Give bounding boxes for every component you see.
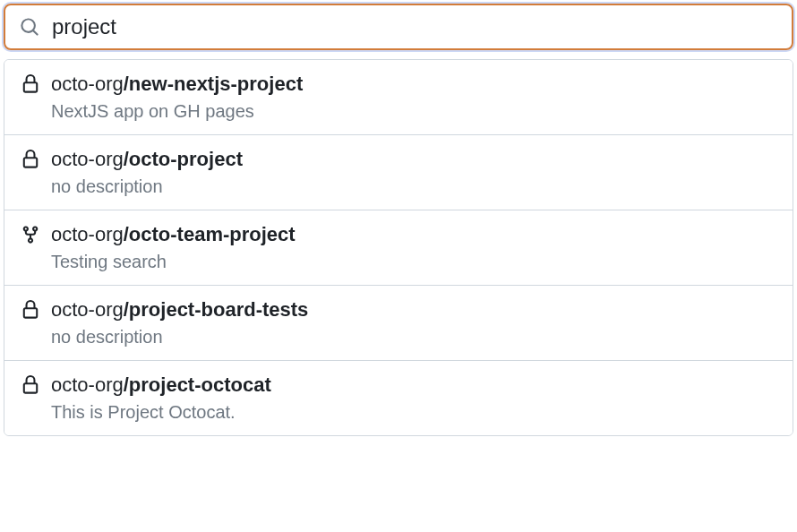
repo-org: octo-org (51, 73, 124, 95)
search-input-wrapper[interactable] (4, 4, 793, 50)
result-item[interactable]: octo-org/new-nextjs-project NextJS app o… (4, 60, 793, 135)
repo-name: octo-org/new-nextjs-project (51, 73, 303, 96)
repo-repo: new-nextjs-project (129, 73, 303, 95)
lock-icon (21, 74, 40, 94)
repo-repo: project-board-tests (129, 298, 308, 321)
repo-org: octo-org (51, 148, 124, 170)
repo-repo: project-octocat (129, 373, 271, 396)
result-item[interactable]: octo-org/octo-team-project Testing searc… (4, 210, 793, 286)
result-item[interactable]: octo-org/project-octocat This is Project… (4, 361, 793, 435)
lock-icon (21, 300, 40, 320)
repo-org: octo-org (51, 223, 124, 245)
result-header: octo-org/octo-team-project (21, 223, 776, 246)
result-description: no description (51, 327, 776, 348)
lock-icon (21, 375, 40, 395)
result-header: octo-org/project-octocat (21, 373, 776, 397)
lock-icon (21, 150, 40, 169)
result-item[interactable]: octo-org/octo-project no description (4, 135, 793, 210)
repo-org: octo-org (51, 373, 124, 396)
result-item[interactable]: octo-org/project-board-tests no descript… (4, 286, 793, 361)
result-header: octo-org/project-board-tests (21, 298, 776, 322)
repo-repo: octo-project (129, 148, 243, 170)
result-description: Testing search (51, 252, 776, 272)
search-container: octo-org/new-nextjs-project NextJS app o… (4, 4, 793, 436)
search-icon (20, 17, 39, 37)
result-description: NextJS app on GH pages (51, 101, 776, 122)
repo-org: octo-org (51, 298, 124, 321)
fork-icon (21, 225, 40, 245)
search-input[interactable] (52, 14, 777, 39)
results-list: octo-org/new-nextjs-project NextJS app o… (4, 59, 793, 436)
repo-repo: octo-team-project (129, 223, 296, 245)
result-description: no description (51, 176, 776, 197)
repo-name: octo-org/project-board-tests (51, 298, 308, 322)
repo-name: octo-org/octo-project (51, 148, 243, 171)
repo-name: octo-org/project-octocat (51, 373, 271, 397)
result-description: This is Project Octocat. (51, 402, 776, 423)
result-header: octo-org/octo-project (21, 148, 776, 171)
repo-name: octo-org/octo-team-project (51, 223, 296, 246)
result-header: octo-org/new-nextjs-project (21, 73, 776, 96)
